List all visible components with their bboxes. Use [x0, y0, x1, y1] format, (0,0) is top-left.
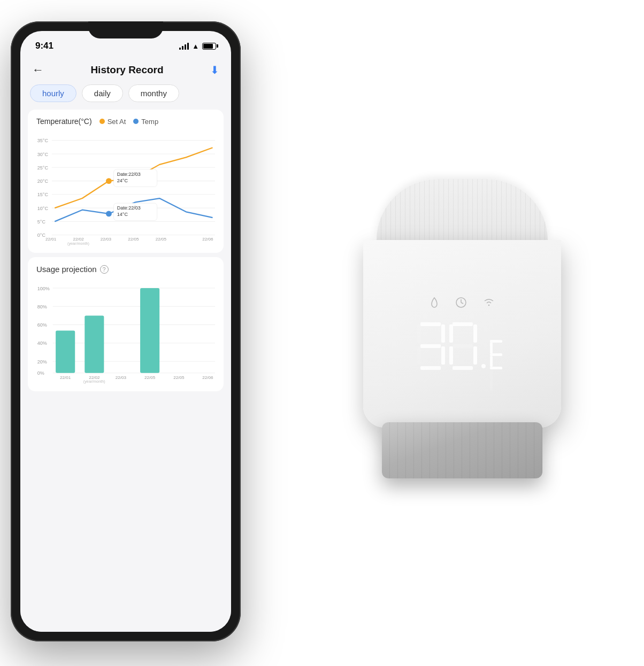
- svg-text:Date:22/03: Date:22/03: [117, 172, 141, 177]
- legend-set-at: Set At: [99, 118, 126, 126]
- svg-text:10°C: 10°C: [37, 206, 49, 211]
- bar-2205-1: [140, 288, 159, 373]
- digit-0: [449, 322, 477, 370]
- app-header: ← History Record ⬇: [20, 57, 231, 81]
- svg-text:22/01: 22/01: [45, 237, 57, 242]
- svg-text:20%: 20%: [37, 359, 47, 365]
- status-icons-group: ▲: [179, 42, 216, 50]
- svg-text:25°C: 25°C: [37, 165, 49, 171]
- svg-text:20°C: 20°C: [37, 179, 49, 184]
- chart-title: Temperature(°C): [36, 117, 92, 126]
- svg-text:22/05: 22/05: [156, 237, 167, 242]
- clock-icon: [455, 297, 467, 308]
- back-button[interactable]: ←: [32, 63, 44, 77]
- thermostat-main-body: [363, 240, 561, 428]
- scene: 9:41 ▲: [0, 0, 644, 666]
- device-status-icons: [428, 297, 496, 311]
- temperature-chart-section: Temperature(°C) Set At Temp: [28, 110, 224, 253]
- tab-hourly[interactable]: hourly: [30, 84, 76, 102]
- svg-text:5°C: 5°C: [37, 219, 46, 224]
- svg-text:35°C: 35°C: [37, 138, 49, 143]
- base-ridges: [382, 422, 542, 478]
- tab-bar: hourly daily monthy: [20, 81, 231, 105]
- svg-text:0°C: 0°C: [37, 233, 46, 238]
- svg-text:22/03: 22/03: [116, 375, 127, 380]
- svg-text:Date:22/03: Date:22/03: [117, 205, 141, 211]
- bar-2202: [85, 315, 104, 373]
- thermostat-base: [382, 422, 542, 478]
- digit-display: [417, 322, 507, 370]
- svg-text:100%: 100%: [37, 286, 50, 291]
- svg-text:15°C: 15°C: [37, 192, 49, 197]
- wifi-device-icon: [482, 297, 496, 307]
- flame-icon: [428, 297, 440, 311]
- svg-text:22/06: 22/06: [202, 237, 213, 242]
- bar-chart-svg: 100% 80% 60% 40% 20% 0%: [36, 279, 215, 386]
- help-icon[interactable]: ?: [100, 265, 109, 274]
- tab-daily[interactable]: daily: [82, 84, 123, 102]
- svg-text:22/06: 22/06: [202, 375, 213, 380]
- usage-title: Usage projection ?: [36, 265, 215, 274]
- page-title: History Record: [90, 64, 163, 76]
- svg-text:22/03: 22/03: [101, 237, 112, 242]
- svg-text:22/05: 22/05: [173, 375, 185, 380]
- thermostat-wrapper: [296, 27, 628, 631]
- digit-5-small: [490, 340, 507, 369]
- set-at-point: [106, 178, 112, 184]
- svg-text:0%: 0%: [37, 370, 44, 376]
- bar-chart-area: 100% 80% 60% 40% 20% 0%: [36, 279, 215, 386]
- app-content: ← History Record ⬇ hourly daily mon: [20, 57, 231, 632]
- phone-wrapper: 9:41 ▲: [11, 21, 241, 641]
- temp-point: [106, 211, 112, 217]
- svg-text:60%: 60%: [37, 322, 47, 328]
- svg-text:22/05: 22/05: [128, 237, 139, 242]
- legend-dot-set-at: [99, 119, 105, 124]
- chart-legend: Temperature(°C) Set At Temp: [36, 117, 215, 126]
- svg-text:14°C: 14°C: [117, 212, 128, 217]
- signal-icon: [179, 42, 189, 50]
- temperature-chart-area: 35°C 30°C 25°C 20°C 15°C 10°C 5°C 0°C: [36, 130, 215, 247]
- phone-screen: 9:41 ▲: [20, 31, 231, 632]
- thermostat-body: [350, 179, 574, 478]
- top-cap: [377, 179, 548, 240]
- bar-2201: [56, 330, 75, 373]
- status-time: 9:41: [35, 41, 53, 51]
- legend-dot-temp: [133, 119, 139, 124]
- svg-text:22/01: 22/01: [60, 375, 71, 380]
- svg-text:24°C: 24°C: [117, 178, 128, 183]
- phone-device: 9:41 ▲: [11, 21, 241, 641]
- svg-line-50: [461, 303, 463, 304]
- phone-notch: [88, 21, 163, 38]
- decimal-point: [481, 364, 486, 368]
- digit-3: [417, 322, 445, 370]
- tab-monthy[interactable]: monthy: [128, 84, 179, 102]
- svg-text:40%: 40%: [37, 340, 47, 346]
- svg-text:(year/month): (year/month): [67, 241, 89, 246]
- usage-projection-section: Usage projection ? 100% 80% 60% 40% 20%: [28, 257, 224, 391]
- svg-text:(year/month): (year/month): [83, 379, 105, 384]
- svg-text:22/05: 22/05: [144, 375, 156, 380]
- legend-temp: Temp: [133, 118, 158, 126]
- wifi-icon: ▲: [192, 42, 199, 50]
- temperature-chart-svg: 35°C 30°C 25°C 20°C 15°C 10°C 5°C 0°C: [36, 130, 215, 247]
- battery-icon: [202, 43, 216, 50]
- download-button[interactable]: ⬇: [210, 64, 219, 76]
- svg-text:80%: 80%: [37, 304, 47, 309]
- svg-text:30°C: 30°C: [37, 152, 49, 157]
- top-cap-ridges: [377, 179, 548, 240]
